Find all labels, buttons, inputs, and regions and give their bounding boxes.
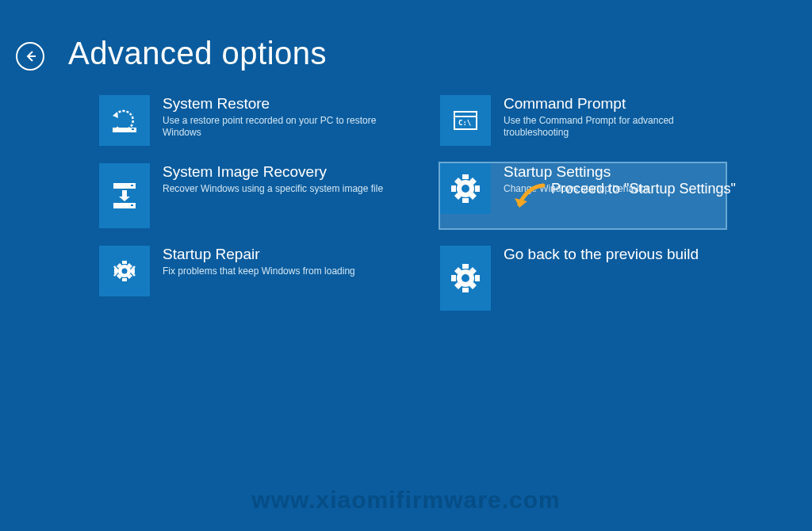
option-go-back[interactable]: Go back to the previous build — [440, 246, 726, 311]
tile-title: System Restore — [163, 95, 385, 113]
startup-repair-icon — [99, 246, 150, 296]
command-prompt-icon: C:\ — [440, 95, 491, 146]
option-system-image-recovery[interactable]: System Image Recovery Recover Windows us… — [99, 163, 385, 228]
option-command-prompt[interactable]: C:\ Command Prompt Use the Command Promp… — [440, 95, 726, 146]
tile-desc: Recover Windows using a specific system … — [163, 183, 383, 196]
svg-rect-10 — [122, 190, 127, 197]
back-button[interactable] — [16, 42, 44, 71]
startup-settings-icon — [440, 163, 491, 214]
svg-text:C:\: C:\ — [458, 119, 471, 127]
system-image-recovery-icon — [99, 163, 150, 228]
svg-rect-2 — [132, 128, 134, 130]
back-arrow-icon — [23, 49, 37, 63]
tile-desc: Fix problems that keep Windows from load… — [163, 266, 355, 278]
tile-desc: Use the Command Prompt for advanced trou… — [504, 115, 726, 139]
go-back-icon — [440, 246, 491, 311]
svg-point-16 — [462, 274, 469, 282]
annotation-arrow-icon — [511, 179, 551, 219]
option-system-restore[interactable]: System Restore Use a restore point recor… — [99, 95, 385, 146]
tile-title: System Image Recovery — [163, 163, 383, 181]
tile-desc: Use a restore point recorded on your PC … — [163, 115, 385, 139]
svg-point-12 — [462, 185, 469, 193]
tile-title: Go back to the previous build — [504, 246, 699, 264]
svg-point-14 — [122, 269, 128, 274]
tile-title: Startup Repair — [163, 246, 355, 264]
option-startup-repair[interactable]: Startup Repair Fix problems that keep Wi… — [99, 246, 385, 311]
system-restore-icon — [99, 95, 150, 146]
svg-rect-7 — [131, 185, 133, 186]
tile-title: Command Prompt — [504, 95, 726, 113]
watermark: www.xiaomifirmware.com — [251, 487, 560, 514]
page-title: Advanced options — [68, 36, 327, 71]
annotation-text: Proceed to "Startup Settings" — [551, 181, 736, 197]
svg-rect-9 — [131, 204, 133, 206]
